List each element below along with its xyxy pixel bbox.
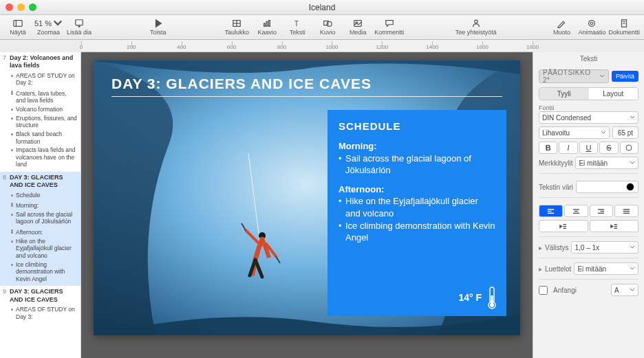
zoom-window-button[interactable] <box>29 3 36 11</box>
outline-item[interactable]: Craters, lava tubes, and lava fields <box>11 89 78 105</box>
underline-button[interactable]: U <box>579 142 598 154</box>
animate-button[interactable]: Animaatio <box>578 16 605 38</box>
morning-label: Morning: <box>339 140 495 153</box>
outline-slide[interactable]: 8DAY 3: GLACIERS AND ICE CAVESScheduleMo… <box>0 172 80 286</box>
outline-item[interactable]: Sail across the glacial lagoon of Jökuls… <box>11 210 78 226</box>
svg-point-29 <box>626 145 632 150</box>
spacing-dropdown[interactable]: 1,0 – 1x <box>571 241 638 254</box>
outline-item[interactable]: Eruptions, fissures, and structure <box>11 114 78 130</box>
table-button[interactable]: Taulukko <box>223 16 250 38</box>
strikethrough-button[interactable]: S <box>599 142 618 154</box>
collaborate-label: Tee yhteistyötä <box>455 29 497 36</box>
update-style-button[interactable]: Päivitä <box>612 71 638 82</box>
svg-rect-9 <box>266 21 268 26</box>
slide-canvas[interactable]: DAY 3: GLACIERS AND ICE CAVES SCHEDULE M… <box>81 52 533 358</box>
comment-button[interactable]: Kommentti <box>374 16 404 38</box>
slide-title-text: DAY 3: GLACIERS AND ICE CAVES <box>111 76 372 91</box>
align-left-button[interactable] <box>539 205 563 217</box>
svg-text:T: T <box>294 19 299 27</box>
lists-label: Luettelot <box>545 265 571 273</box>
outdent-button[interactable] <box>539 220 588 232</box>
document-title: Iceland <box>309 3 336 12</box>
afternoon-label: Afternoon: <box>339 183 495 196</box>
titlebar: Iceland <box>0 0 644 15</box>
chart-button[interactable]: Kaavio <box>253 16 281 38</box>
outline-item[interactable]: Impacts lava fields and volcanoes have o… <box>11 146 78 169</box>
add-slide-label: Lisää dia <box>67 29 92 36</box>
temperature-widget: 14° F <box>458 286 498 309</box>
font-weight-dropdown[interactable]: Lihavoitu <box>539 126 610 139</box>
color-wheel-icon <box>625 182 635 192</box>
chart-label: Kaavio <box>257 29 277 36</box>
align-center-button[interactable] <box>564 205 588 217</box>
horizontal-ruler[interactable]: 020040060080010001200140016001800 <box>81 40 533 52</box>
view-button[interactable]: Näytä <box>4 16 32 38</box>
shape-button[interactable]: Kuvio <box>314 16 341 38</box>
bold-button[interactable]: B <box>539 142 557 154</box>
format-label: Muoto <box>553 29 570 36</box>
outline-item[interactable]: Schedule <box>11 191 78 200</box>
char-styles-label: Merkkityylit <box>539 159 572 167</box>
zoom-dropdown[interactable]: 51 %Zoomaa <box>34 16 63 38</box>
spacing-value: 1,0 – 1x <box>575 244 599 251</box>
slide-title[interactable]: DAY 3: GLACIERS AND ICE CAVES <box>111 76 502 97</box>
tab-layout[interactable]: Layout <box>589 88 638 100</box>
align-right-button[interactable] <box>590 205 614 217</box>
morning-list: Sail across the glacial lagoon of Jökuls… <box>339 153 495 177</box>
text-options-button[interactable] <box>620 142 638 154</box>
font-size-stepper[interactable]: 65 pt <box>612 126 638 139</box>
table-label: Taulukko <box>224 29 249 36</box>
add-slide-button[interactable]: Lisää dia <box>65 16 93 38</box>
paragraph-style-dropdown[interactable]: PÄÄOTSIKKO 2* <box>539 69 609 83</box>
svg-rect-2 <box>76 20 83 25</box>
close-window-button[interactable] <box>6 3 13 11</box>
align-justify-button[interactable] <box>614 205 638 217</box>
font-family-dropdown[interactable]: DIN Condensed <box>539 111 638 124</box>
minimize-window-button[interactable] <box>17 3 25 11</box>
outline-item[interactable]: Hike on the Eyjafjallajökull glacier and… <box>11 237 78 260</box>
svg-point-16 <box>475 20 477 23</box>
schedule-box[interactable]: SCHEDULE Morning: Sail across the glacia… <box>328 110 506 316</box>
text-button[interactable]: TTeksti <box>283 16 311 38</box>
collaborate-button[interactable]: Tee yhteistyötä <box>455 16 497 38</box>
outline-item[interactable]: Morning: <box>11 201 78 210</box>
outline-item[interactable]: AREAS OF STUDY on Day 2: <box>11 71 78 87</box>
outline-item[interactable]: Volcano formation <box>11 105 78 114</box>
document-button[interactable]: Dokumentti <box>608 16 640 38</box>
style-layout-segment[interactable]: Tyyli Layout <box>539 87 638 100</box>
dropcap-style-dropdown[interactable]: A <box>611 284 638 296</box>
outline-item[interactable]: Afternoon: <box>11 228 78 237</box>
svg-point-18 <box>591 22 594 25</box>
char-styles-dropdown[interactable]: Ei mitään <box>575 157 638 169</box>
format-inspector: Teksti PÄÄOTSIKKO 2* Päivitä Tyyli Layou… <box>533 52 644 358</box>
svg-point-28 <box>490 303 494 307</box>
outline-item[interactable]: Black sand beach formation <box>11 130 78 146</box>
dropcap-checkbox[interactable] <box>539 286 548 295</box>
window-controls <box>6 3 36 11</box>
lists-value: Ei mitään <box>577 265 606 273</box>
dropcap-label: Anfangi <box>553 287 577 294</box>
animate-label: Animaatio <box>578 29 605 36</box>
tab-style[interactable]: Tyyli <box>539 88 589 100</box>
svg-point-17 <box>589 21 595 27</box>
play-button[interactable]: Toista <box>144 16 172 38</box>
format-button[interactable]: Muoto <box>548 16 575 38</box>
thermometer-icon <box>486 286 498 309</box>
media-button[interactable]: Media <box>344 16 372 38</box>
outline-slide[interactable]: 9DAY 3: GLACIERS AND ICE CAVESAREAS OF S… <box>0 286 80 324</box>
outline-panel[interactable]: 7Day 2: Volcanoes and lava fieldsAREAS O… <box>0 52 81 358</box>
temperature-value: 14° F <box>458 291 482 304</box>
font-weight-value: Lihavoitu <box>542 129 570 137</box>
slide[interactable]: DAY 3: GLACIERS AND ICE CAVES SCHEDULE M… <box>94 60 520 335</box>
text-color-well[interactable] <box>576 181 638 193</box>
zoom-value: 51 % <box>34 19 52 27</box>
comment-label: Kommentti <box>374 29 404 36</box>
inspector-header: Teksti <box>533 52 644 65</box>
outline-slide[interactable]: 7Day 2: Volcanoes and lava fieldsAREAS O… <box>0 52 80 172</box>
indent-button[interactable] <box>590 220 639 232</box>
italic-button[interactable]: I <box>559 142 577 154</box>
outline-item[interactable]: Ice climbing demonstration with Kevin An… <box>11 260 78 284</box>
lists-dropdown[interactable]: Ei mitään <box>574 262 638 275</box>
outline-item[interactable]: AREAS OF STUDY on Day 3: <box>11 305 78 321</box>
svg-point-13 <box>327 21 332 26</box>
